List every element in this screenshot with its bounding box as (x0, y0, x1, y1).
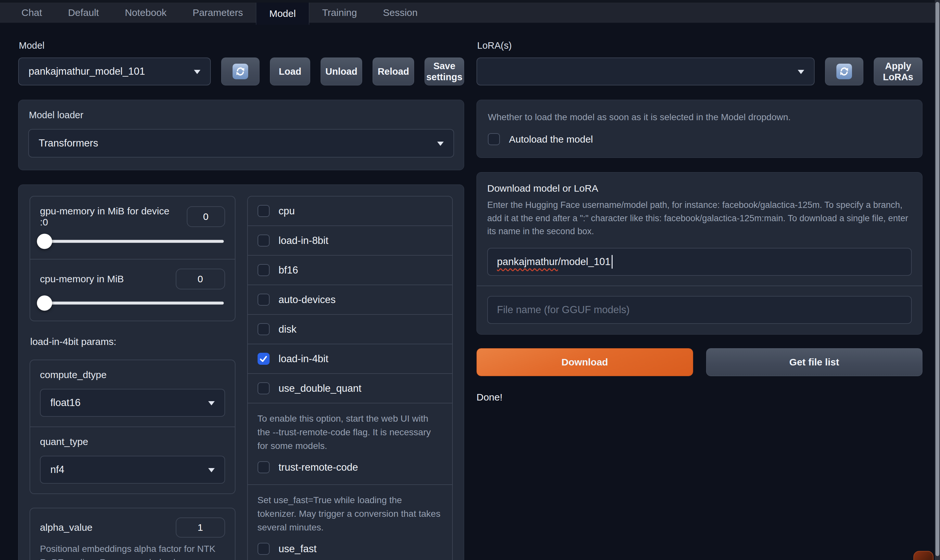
trust-remote-code-checkbox[interactable] (258, 461, 269, 473)
use-fast-checkbox-label: use_fast (279, 543, 317, 555)
trust-remote-code-checkbox-label: trust-remote-code (279, 462, 358, 473)
loader-params-panel: gpu-memory in MiB for device :0 0 cpu-me… (18, 185, 464, 560)
bf16-checkbox[interactable] (258, 264, 269, 276)
chevron-down-icon (437, 142, 444, 146)
autoload-checkbox-label: Autoload the model (509, 134, 593, 145)
text-cursor (612, 255, 612, 269)
checkbox-row-autoload[interactable]: Autoload the model (488, 124, 911, 145)
checkbox-row-auto-devices[interactable]: auto-devices (248, 285, 452, 314)
tab-parameters[interactable]: Parameters (180, 3, 256, 23)
model-path-value-user: pankajmathur (497, 256, 558, 268)
tab-notebook[interactable]: Notebook (112, 3, 179, 23)
lora-controls-row: Apply LoRAs (477, 57, 923, 85)
checkbox-row-cpu[interactable]: cpu (248, 197, 452, 225)
scrollbar-thumb[interactable] (935, 2, 939, 556)
cpu-memory-label: cpu-memory in MiB (40, 274, 124, 285)
left-column: Model pankajmathur_model_101 Load Unload (18, 36, 464, 560)
refresh-loras-button[interactable] (825, 57, 863, 85)
checkbox-row-bf16[interactable]: bf16 (248, 255, 452, 285)
download-button[interactable]: Download (477, 348, 693, 376)
checkbox-row-load-in-4bit[interactable]: load-in-4bit (248, 344, 452, 373)
lora-dropdown[interactable] (477, 57, 815, 85)
refresh-models-button[interactable] (221, 57, 260, 85)
model-path-value-rest: /model_101 (558, 256, 611, 268)
trust-remote-code-section: To enable this option, start the web UI … (248, 403, 452, 484)
compute-dtype-dropdown[interactable]: float16 (40, 389, 225, 417)
model-label: Model (19, 40, 464, 51)
use-double-quant-checkbox-label: use_double_quant (279, 383, 362, 394)
load-in-4bit-checkbox[interactable] (258, 353, 269, 365)
checkbox-row-use-double-quant[interactable]: use_double_quant (248, 373, 452, 403)
cpu-memory-input[interactable]: 0 (176, 269, 225, 289)
load-in-8bit-checkbox[interactable] (258, 234, 269, 246)
use-fast-checkbox[interactable] (258, 543, 269, 555)
slider-handle[interactable] (37, 234, 52, 249)
checkbox-row-disk[interactable]: disk (248, 314, 452, 344)
cpu-checkbox[interactable] (258, 205, 269, 217)
quant-type-value: nf4 (50, 464, 64, 475)
slider-track (41, 302, 224, 305)
cpu-memory-section: cpu-memory in MiB 0 (30, 259, 235, 321)
refresh-icon (836, 64, 852, 79)
checkbox-row-use-fast[interactable]: use_fast (258, 534, 443, 556)
download-actions-row: Download Get file list (477, 348, 923, 376)
model-loader-dropdown[interactable]: Transformers (28, 129, 454, 157)
tab-bar: Chat Default Notebook Parameters Model T… (0, 0, 940, 23)
download-description: Enter the Hugging Face username/model pa… (487, 198, 912, 238)
tab-chat[interactable]: Chat (8, 3, 55, 23)
load-in-4bit-checkbox-label: load-in-4bit (279, 353, 328, 365)
checkbox-row-trust-remote-code[interactable]: trust-remote-code (258, 453, 443, 475)
model-dropdown-value: pankajmathur_model_101 (29, 66, 145, 77)
use-fast-section: Set use_fast=True while loading the toke… (248, 484, 452, 560)
checkbox-row-load-in-8bit[interactable]: load-in-8bit (248, 225, 452, 255)
alpha-value-section: alpha_value 1 Positional embeddings alph… (30, 508, 235, 560)
model-dropdown[interactable]: pankajmathur_model_101 (18, 57, 211, 85)
unload-button[interactable]: Unload (321, 57, 362, 85)
slider-track (41, 240, 224, 243)
chevron-down-icon (208, 468, 215, 472)
use-double-quant-checkbox[interactable] (258, 382, 269, 394)
reload-button[interactable]: Reload (372, 57, 414, 85)
file-name-input[interactable]: File name (for GGUF models) (487, 296, 912, 324)
refresh-icon (232, 64, 248, 79)
autoload-panel: Whether to load the model as soon as it … (477, 100, 923, 158)
get-file-list-button[interactable]: Get file list (706, 348, 923, 376)
alpha-value-input[interactable]: 1 (176, 517, 225, 538)
apply-loras-button[interactable]: Apply LoRAs (874, 57, 923, 85)
gpu-memory-input[interactable]: 0 (187, 206, 225, 227)
autoload-description: Whether to load the model as soon as it … (488, 111, 911, 124)
disk-checkbox[interactable] (258, 323, 269, 335)
chevron-down-icon (194, 70, 200, 74)
lora-label: LoRA(s) (477, 40, 923, 51)
load-button[interactable]: Load (270, 57, 310, 85)
auto-devices-checkbox-label: auto-devices (279, 294, 336, 306)
quant-type-label: quant_type (40, 436, 225, 447)
save-settings-button[interactable]: Save settings (425, 57, 464, 85)
memory-group: gpu-memory in MiB for device :0 0 cpu-me… (29, 196, 235, 321)
tab-session[interactable]: Session (370, 3, 431, 23)
model-path-input[interactable]: pankajmathur/model_101 (487, 248, 912, 276)
quant-type-dropdown[interactable]: nf4 (40, 456, 225, 484)
tab-model[interactable]: Model (256, 3, 309, 25)
gpu-memory-slider[interactable] (40, 234, 225, 249)
gpu-memory-section: gpu-memory in MiB for device :0 0 (30, 197, 235, 259)
gpu-memory-label: gpu-memory in MiB for device :0 (40, 206, 180, 228)
disk-checkbox-label: disk (279, 323, 297, 335)
slider-handle[interactable] (37, 295, 52, 311)
checkmark-icon (259, 355, 268, 363)
flags-group: cpu load-in-8bit bf16 auto-devices (247, 196, 453, 560)
quant-type-section: quant_type nf4 (30, 426, 235, 494)
scrollbar (935, 0, 940, 560)
model-loader-label: Model loader (29, 110, 454, 120)
tab-default[interactable]: Default (55, 3, 112, 23)
auto-devices-checkbox[interactable] (258, 294, 269, 306)
divider (477, 286, 922, 286)
trust-remote-code-description: To enable this option, start the web UI … (258, 412, 443, 453)
download-title: Download model or LoRA (487, 183, 912, 194)
tab-training[interactable]: Training (309, 3, 370, 23)
download-status: Done! (477, 392, 923, 403)
compute-dtype-section: compute_dtype float16 (30, 360, 235, 426)
autoload-checkbox[interactable] (488, 133, 500, 145)
cpu-memory-slider[interactable] (40, 295, 225, 311)
model-loader-value: Transformers (38, 137, 98, 149)
